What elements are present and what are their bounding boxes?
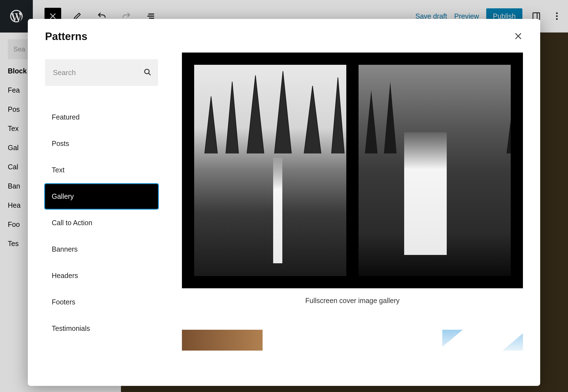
preview-image-left: [194, 65, 346, 276]
modal-title: Patterns: [45, 31, 87, 43]
search-input[interactable]: [53, 68, 143, 77]
search-icon: [143, 68, 152, 77]
svg-line-13: [149, 73, 150, 75]
category-featured[interactable]: Featured: [45, 105, 158, 130]
svg-point-12: [145, 69, 149, 74]
category-headers[interactable]: Headers: [45, 263, 158, 288]
close-modal-button[interactable]: [513, 31, 523, 42]
patterns-grid: Fullscreen cover image gallery: [175, 46, 540, 386]
category-text[interactable]: Text: [45, 158, 158, 182]
patterns-modal: Patterns Featured Posts Text Gallery Cal…: [28, 19, 540, 386]
category-testimonials[interactable]: Testimonials: [45, 316, 158, 341]
category-banners[interactable]: Banners: [45, 237, 158, 262]
category-footers[interactable]: Footers: [45, 290, 158, 314]
pattern-item[interactable]: [182, 330, 263, 351]
patterns-sidebar: Featured Posts Text Gallery Call to Acti…: [28, 46, 175, 386]
pattern-item[interactable]: [442, 330, 523, 351]
category-posts[interactable]: Posts: [45, 131, 158, 156]
category-gallery[interactable]: Gallery: [45, 184, 158, 209]
preview-image-right: [359, 65, 511, 276]
pattern-item[interactable]: Fullscreen cover image gallery: [182, 53, 523, 305]
category-list: Featured Posts Text Gallery Call to Acti…: [45, 105, 158, 341]
search-box[interactable]: [45, 59, 158, 86]
pattern-caption: Fullscreen cover image gallery: [182, 297, 523, 305]
pattern-thumbnail: [182, 53, 523, 288]
category-call-to-action[interactable]: Call to Action: [45, 210, 158, 235]
